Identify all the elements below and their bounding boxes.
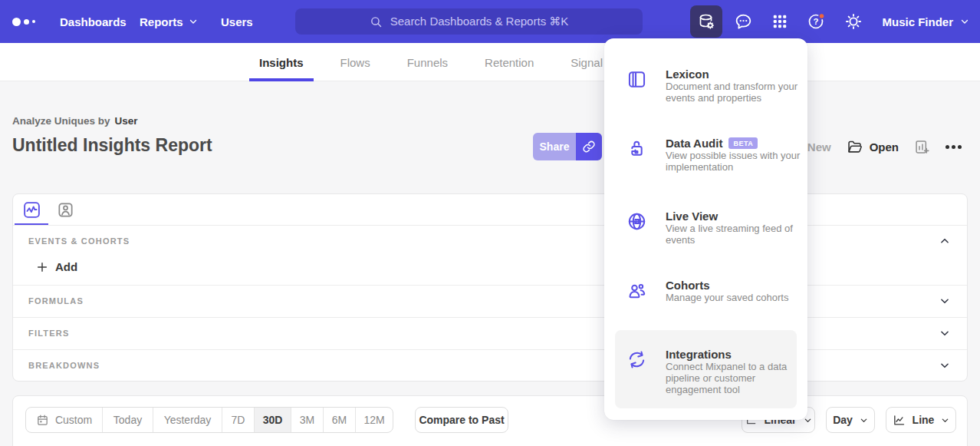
range-yesterday-label: Yesterday [164,414,212,426]
nav-reports[interactable]: Reports [140,0,198,43]
chevron-down-icon [960,17,969,26]
grid-icon [771,13,788,30]
chart-toolbar-card: Custom Today Yesterday 7D 30D 3M 6M 12M … [12,395,968,446]
range-7d-label: 7D [232,414,245,426]
nav-users-label: Users [221,15,253,28]
calendar-icon [36,414,49,427]
compare-to-past-button[interactable]: Compare to Past [415,407,508,433]
report-title[interactable]: Untitled Insights Report [12,135,212,156]
nav-dashboards-label: Dashboards [60,15,127,28]
settings-button[interactable] [837,5,870,38]
search-placeholder: Search Dashboards & Reports ⌘K [390,15,569,28]
section-events-cohorts[interactable]: EVENTS & COHORTS [13,225,967,257]
section-label: FILTERS [28,329,69,338]
chart-plus-icon [914,139,930,155]
chevron-down-icon [939,360,950,371]
link-icon [582,140,596,154]
interval-dropdown[interactable]: Day [826,407,875,433]
menu-item-description: View a live streaming feed of events [666,223,808,246]
beta-badge: BETA [728,137,758,149]
menu-item-description: Document and transform your events and p… [666,81,808,104]
chevron-up-icon [939,236,950,246]
range-3m[interactable]: 3M [291,408,324,432]
range-30d-label: 30D [263,414,283,426]
project-name: Music Finder [882,15,953,28]
range-today-label: Today [113,414,142,426]
section-label: EVENTS & COHORTS [28,236,130,246]
apps-grid-button[interactable] [764,5,796,38]
tab-profiles-view[interactable] [48,194,82,225]
chevron-down-icon [189,17,198,26]
tab-flows[interactable]: Flows [331,43,380,81]
tab-retention[interactable]: Retention [475,43,544,81]
tab-funnels-label: Funnels [407,56,448,69]
open-label: Open [870,140,899,154]
integrations-sync-icon [626,349,647,370]
nav-reports-label: Reports [140,15,183,28]
range-today[interactable]: Today [103,408,153,432]
add-to-dashboard-button[interactable] [914,139,930,155]
range-30d[interactable]: 30D [255,408,291,432]
menu-item-description: Connect Mixpanel to a data pipeline or c… [666,361,808,395]
top-navbar: Dashboards Reports Users Search Dashboar… [0,0,980,43]
menu-item-description: View possible issues with your implement… [666,150,808,173]
chart-type-label: Line [913,414,935,426]
lexicon-book-icon [626,69,647,90]
copy-link-button[interactable] [576,133,602,160]
new-report-button[interactable]: New [807,140,831,154]
section-label: BREAKDOWNS [28,361,100,370]
nav-users[interactable]: Users [221,0,253,43]
tab-events-view[interactable] [15,194,48,225]
section-breakdowns[interactable]: BREAKDOWNS [13,349,967,382]
section-label: FORMULAS [28,296,84,306]
compare-label: Compare to Past [419,414,504,426]
project-switcher[interactable]: Music Finder [882,15,969,28]
data-audit-lock-icon [626,138,647,159]
nav-dashboards[interactable]: Dashboards [60,0,127,43]
share-button[interactable]: Share [533,133,576,160]
tab-signal-label: Signal [571,56,603,69]
menu-item-lexicon[interactable]: Lexicon Document and transform your even… [604,68,807,129]
menu-item-description: Manage your saved cohorts [666,292,808,303]
add-label: Add [55,260,77,273]
subtitle-prefix: Analyze Uniques by [12,115,110,127]
tab-insights[interactable]: Insights [249,43,314,81]
profile-icon [57,201,74,219]
range-6m-label: 6M [332,414,347,426]
menu-item-title: Data Audit [666,137,722,150]
data-apps-dropdown: Lexicon Document and transform your even… [604,38,807,420]
range-3m-label: 3M [300,414,314,426]
range-12m[interactable]: 12M [356,408,393,432]
menu-item-live-view[interactable]: Live View View a live streaming feed of … [604,210,807,271]
menu-item-cohorts[interactable]: Cohorts Manage your saved cohorts [604,279,807,329]
more-options-button[interactable] [945,145,962,149]
interval-label: Day [833,414,853,426]
section-filters[interactable]: FILTERS [13,317,967,349]
range-custom[interactable]: Custom [26,408,103,432]
mixpanel-logo-icon[interactable] [12,16,43,27]
tab-funnels[interactable]: Funnels [397,43,458,81]
chart-type-dropdown[interactable]: Line [886,407,956,433]
chevron-down-icon [860,416,868,425]
range-yesterday[interactable]: Yesterday [153,408,222,432]
date-range-segmented-control: Custom Today Yesterday 7D 30D 3M 6M 12M [25,407,393,433]
help-icon: ? [807,12,827,31]
menu-item-data-audit[interactable]: Data Audit BETA View possible issues wit… [604,137,807,202]
range-6m[interactable]: 6M [324,408,356,432]
open-report-button[interactable]: Open [847,139,899,155]
data-apps-button[interactable] [690,5,722,38]
chevron-down-icon [939,296,950,306]
menu-item-title: Cohorts [666,279,710,292]
report-tabs-bar: Insights Flows Funnels Retention Signal … [0,43,980,81]
feedback-button[interactable] [727,5,759,38]
query-builder-card: EVENTS & COHORTS Add FORMULAS FILTERS BR… [12,193,968,382]
range-7d[interactable]: 7D [222,408,255,432]
help-button[interactable]: ? [801,5,833,38]
add-event-button[interactable]: Add [36,260,77,273]
section-formulas[interactable]: FORMULAS [13,285,967,317]
menu-item-integrations[interactable]: Integrations Connect Mixpanel to a data … [604,348,807,405]
insights-chart-icon [22,200,41,220]
subtitle-value[interactable]: User [115,115,138,127]
share-split-button: Share [533,133,602,160]
search-input[interactable]: Search Dashboards & Reports ⌘K [295,8,643,35]
